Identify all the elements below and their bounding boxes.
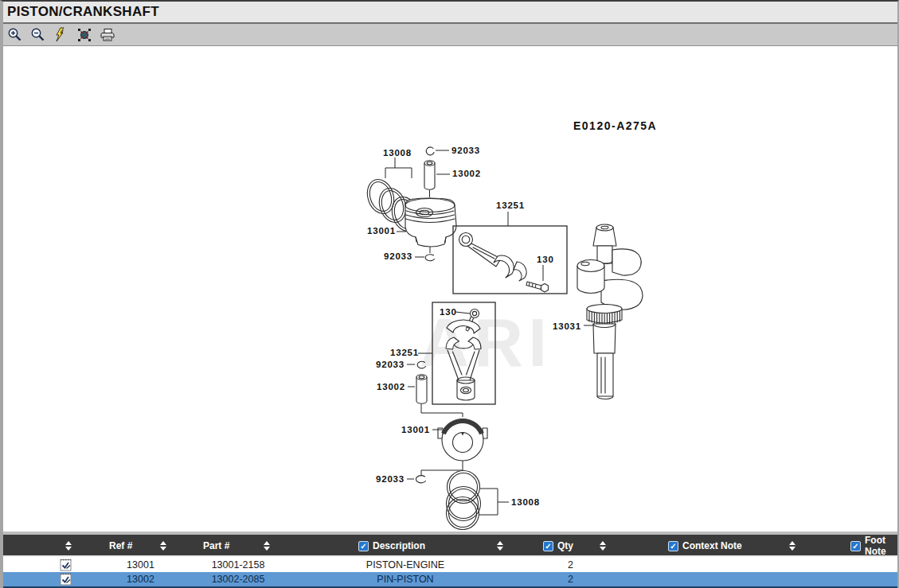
column-label: Part # <box>203 540 229 551</box>
part-label-13002-left[interactable]: 13002 <box>377 382 405 391</box>
row-cell-qty[interactable]: 2 <box>521 557 620 572</box>
print-button[interactable] <box>99 26 116 44</box>
parts-viewer-window: PISTON/CRANKSHAFT <box>0 0 899 588</box>
row-cell-notes <box>3 557 95 572</box>
pan-select-button[interactable] <box>76 26 93 44</box>
sort-icon[interactable] <box>264 541 270 551</box>
piston-bottom-art <box>421 419 487 475</box>
part-label-13002-top[interactable]: 13002 <box>452 169 481 178</box>
circlip-under-piston-art <box>415 247 435 261</box>
sort-icon[interactable] <box>789 541 795 551</box>
circlip-top-art <box>426 147 449 155</box>
row-cell-part[interactable]: 13001-2158 <box>186 557 290 572</box>
row-cell-qty[interactable]: 2 <box>521 572 620 586</box>
part-label-13251-box2[interactable]: 13251 <box>390 348 419 357</box>
drawing-code: E0120-A275A <box>573 119 657 132</box>
column-header-context-note[interactable]: ✓ Context Note <box>620 535 819 557</box>
piston-pin-left-art <box>408 375 463 417</box>
row-cell-notes <box>3 572 95 586</box>
column-header-ref[interactable]: Ref # <box>95 535 186 557</box>
part-label-92033-bottom[interactable]: 92033 <box>376 474 405 484</box>
hotspot-flash-button[interactable] <box>53 26 70 44</box>
row-cell-foot-note <box>819 557 897 572</box>
circlip-bottom-art <box>407 476 426 483</box>
part-label-92033-top[interactable]: 92033 <box>451 146 480 155</box>
sort-icon[interactable] <box>160 541 166 551</box>
parts-table-header: Ref # Part # ✓ Description ✓ Qty ✓ Conte… <box>3 535 897 555</box>
foot-note-checkbox[interactable]: ✓ <box>850 541 861 551</box>
column-label: Qty <box>557 540 573 551</box>
column-label: Description <box>373 540 425 551</box>
crankshaft-art <box>577 224 643 399</box>
row-cell-description[interactable]: PIN-PISTON <box>290 572 521 586</box>
table-row-13001[interactable]: 13001 13001-2158 PISTON-ENGINE 2 <box>3 557 897 572</box>
description-checkbox[interactable]: ✓ <box>358 541 369 551</box>
column-label: Foot Note <box>865 535 897 557</box>
piston-pin-top-art <box>424 161 450 197</box>
part-label-130-box2[interactable]: 130 <box>440 307 457 317</box>
piston-rings-bottom-art <box>447 471 510 530</box>
zoom-out-button[interactable] <box>29 26 47 44</box>
column-header-qty[interactable]: ✓ Qty <box>521 535 620 557</box>
column-header-notes[interactable] <box>3 535 95 557</box>
part-label-13008-bottom[interactable]: 13008 <box>511 497 540 507</box>
row-cell-ref[interactable]: 13002 <box>95 572 186 586</box>
part-label-13001-bottom[interactable]: 13001 <box>401 425 430 434</box>
row-cell-context-note <box>620 572 819 586</box>
column-header-foot-note[interactable]: ✓ Foot Note <box>819 535 897 557</box>
zoom-in-icon <box>7 27 23 43</box>
part-label-13251-box1[interactable]: 13251 <box>496 201 525 210</box>
sort-icon[interactable] <box>65 541 72 551</box>
printer-icon <box>100 27 115 43</box>
note-edit-icon[interactable] <box>59 558 72 572</box>
conrod-box-horizontal <box>453 212 567 294</box>
diagram-canvas[interactable]: ARI E0120-A275A <box>3 46 897 532</box>
column-header-part[interactable]: Part # <box>186 535 290 557</box>
row-cell-ref[interactable]: 13001 <box>95 557 186 572</box>
row-cell-context-note <box>620 557 819 572</box>
part-label-13001-top[interactable]: 13001 <box>367 226 396 236</box>
part-label-92033-mid[interactable]: 92033 <box>384 251 412 261</box>
title-bar: PISTON/CRANKSHAFT <box>3 2 897 24</box>
part-label-92033-left[interactable]: 92033 <box>376 360 405 369</box>
zoom-in-button[interactable] <box>6 26 24 44</box>
diagram-toolbar <box>3 24 897 46</box>
row-cell-foot-note <box>819 572 897 586</box>
parts-diagram: ARI E0120-A275A <box>3 46 897 532</box>
part-label-13031[interactable]: 13031 <box>553 321 581 331</box>
qty-checkbox[interactable]: ✓ <box>543 541 553 551</box>
row-cell-part[interactable]: 13002-2085 <box>186 572 290 586</box>
piston-top-art <box>397 198 456 247</box>
column-label: Ref # <box>109 540 132 551</box>
column-header-description[interactable]: ✓ Description <box>290 535 521 557</box>
pan-select-icon <box>76 27 92 43</box>
zoom-out-icon <box>30 27 46 43</box>
note-edit-icon[interactable] <box>59 572 72 586</box>
context-note-checkbox[interactable]: ✓ <box>668 541 678 551</box>
row-cell-description[interactable]: PISTON-ENGINE <box>290 557 521 572</box>
part-label-13008-top[interactable]: 13008 <box>383 148 412 158</box>
column-label: Context Note <box>682 540 742 551</box>
page-title: PISTON/CRANKSHAFT <box>7 4 159 20</box>
table-row-13002[interactable]: 13002 13002-2085 PIN-PISTON 2 <box>3 572 897 586</box>
lightning-icon <box>53 27 69 43</box>
sort-icon[interactable] <box>497 541 503 551</box>
sort-icon[interactable] <box>600 541 606 551</box>
part-label-130-box1[interactable]: 130 <box>537 255 554 264</box>
